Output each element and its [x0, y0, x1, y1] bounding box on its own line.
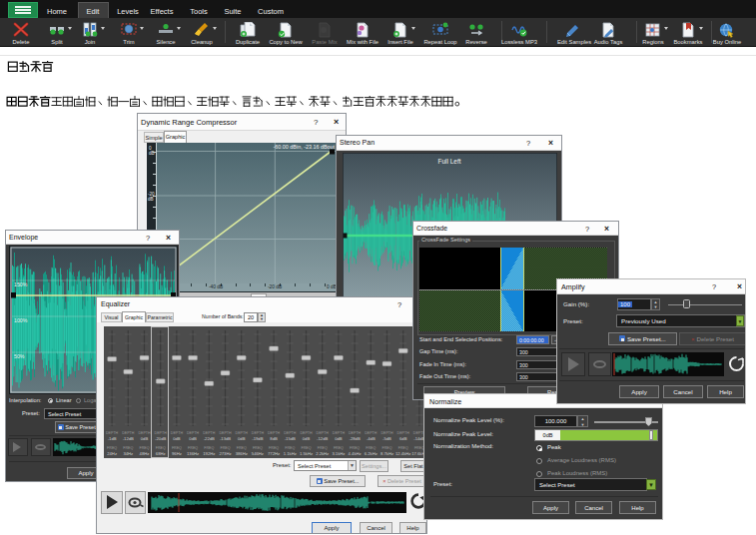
svg-text:-60.00 dBin, -23.16 dBout: -60.00 dBin, -23.16 dBout: [274, 144, 336, 150]
svg-text:Full Left: Full Left: [437, 158, 460, 165]
svg-text:386Hz: 386Hz: [236, 451, 248, 456]
svg-text:1.1kHz: 1.1kHz: [284, 451, 297, 456]
svg-text:DEPTH: DEPTH: [138, 431, 151, 435]
svg-text:-19dB: -19dB: [252, 436, 263, 441]
svg-text:FREQ: FREQ: [285, 446, 295, 450]
svg-text:FREQ: FREQ: [382, 446, 392, 450]
svg-text:150%: 150%: [14, 281, 28, 287]
svg-text:0dB: 0dB: [335, 436, 343, 441]
svg-text:6.2kHz: 6.2kHz: [365, 451, 378, 456]
svg-text:136Hz: 136Hz: [187, 451, 199, 456]
svg-text:DEPTH: DEPTH: [365, 431, 378, 435]
svg-text:FREQ: FREQ: [366, 446, 376, 450]
svg-text:DEPTH: DEPTH: [155, 431, 168, 435]
svg-text:FREQ: FREQ: [140, 446, 150, 450]
svg-text:50%: 50%: [14, 353, 25, 359]
svg-text:FREQ: FREQ: [253, 446, 263, 450]
svg-text:68Hz: 68Hz: [156, 451, 166, 456]
svg-text:-12dB: -12dB: [317, 436, 328, 441]
svg-text:DEPTH: DEPTH: [203, 431, 216, 435]
svg-text:DEPTH: DEPTH: [284, 431, 297, 435]
svg-text:273Hz: 273Hz: [219, 451, 231, 456]
svg-text:FREQ: FREQ: [221, 446, 231, 450]
svg-text:FREQ: FREQ: [334, 446, 344, 450]
svg-text:34Hz: 34Hz: [123, 451, 133, 456]
svg-text:0dB: 0dB: [238, 436, 246, 441]
svg-text:FREQ: FREQ: [302, 446, 312, 450]
svg-text:DEPTH: DEPTH: [268, 431, 281, 435]
svg-text:-5dB: -5dB: [382, 436, 391, 441]
svg-text:FREQ: FREQ: [269, 446, 279, 450]
svg-text:100%: 100%: [14, 317, 28, 323]
svg-text:-12dB: -12dB: [123, 436, 134, 441]
svg-text:FREQ: FREQ: [172, 446, 182, 450]
svg-text:8dB: 8dB: [270, 436, 278, 441]
svg-text:48Hz: 48Hz: [140, 451, 150, 456]
svg-text:0dB: 0dB: [303, 436, 311, 441]
svg-text:FREQ: FREQ: [107, 446, 117, 450]
svg-text:FREQ: FREQ: [123, 446, 133, 450]
svg-text:-28dB: -28dB: [350, 436, 361, 441]
svg-text:772Hz: 772Hz: [268, 451, 280, 456]
svg-text:546Hz: 546Hz: [252, 451, 264, 456]
svg-text:4.4kHz: 4.4kHz: [349, 451, 362, 456]
svg-text:192Hz: 192Hz: [203, 451, 215, 456]
svg-text:-13dB: -13dB: [220, 436, 231, 441]
svg-text:0dB: 0dB: [189, 436, 197, 441]
svg-text:DEPTH: DEPTH: [122, 431, 135, 435]
svg-text:DEPTH: DEPTH: [349, 431, 362, 435]
svg-text:FREQ: FREQ: [237, 446, 247, 450]
svg-text:0dB: 0dB: [173, 436, 181, 441]
svg-text:FREQ: FREQ: [204, 446, 214, 450]
svg-text:-1dB: -1dB: [108, 436, 117, 441]
svg-text:2.2kHz: 2.2kHz: [316, 451, 329, 456]
svg-text:FREQ: FREQ: [398, 446, 408, 450]
svg-text:6dB: 6dB: [399, 436, 407, 441]
svg-text:8.7kHz: 8.7kHz: [380, 451, 393, 456]
svg-text:12.4kHz: 12.4kHz: [395, 451, 410, 456]
svg-text:-15dB: -15dB: [285, 436, 296, 441]
svg-text:1.5kHz: 1.5kHz: [300, 451, 313, 456]
svg-text:DEPTH: DEPTH: [187, 431, 200, 435]
svg-text:0dB: 0dB: [141, 436, 149, 441]
svg-text:DEPTH: DEPTH: [106, 431, 119, 435]
svg-text:DEPTH: DEPTH: [300, 431, 313, 435]
svg-text:-22dB: -22dB: [204, 436, 215, 441]
svg-text:-20dB: -20dB: [155, 436, 166, 441]
svg-text:FREQ: FREQ: [188, 446, 198, 450]
svg-text:DEPTH: DEPTH: [236, 431, 249, 435]
svg-text:DEPTH: DEPTH: [317, 431, 330, 435]
svg-text:3.1kHz: 3.1kHz: [332, 451, 345, 456]
svg-text:DEPTH: DEPTH: [252, 431, 265, 435]
svg-text:-4dB: -4dB: [367, 436, 376, 441]
svg-text:DEPTH: DEPTH: [219, 431, 232, 435]
svg-text:DEPTH: DEPTH: [171, 431, 184, 435]
svg-text:DEPTH: DEPTH: [397, 431, 410, 435]
svg-text:96Hz: 96Hz: [172, 451, 182, 456]
svg-text:FREQ: FREQ: [156, 446, 166, 450]
svg-text:FREQ: FREQ: [350, 446, 360, 450]
svg-text:FREQ: FREQ: [318, 446, 328, 450]
svg-text:DEPTH: DEPTH: [380, 431, 393, 435]
svg-text:24Hz: 24Hz: [107, 451, 117, 456]
svg-text:DEPTH: DEPTH: [333, 431, 346, 435]
